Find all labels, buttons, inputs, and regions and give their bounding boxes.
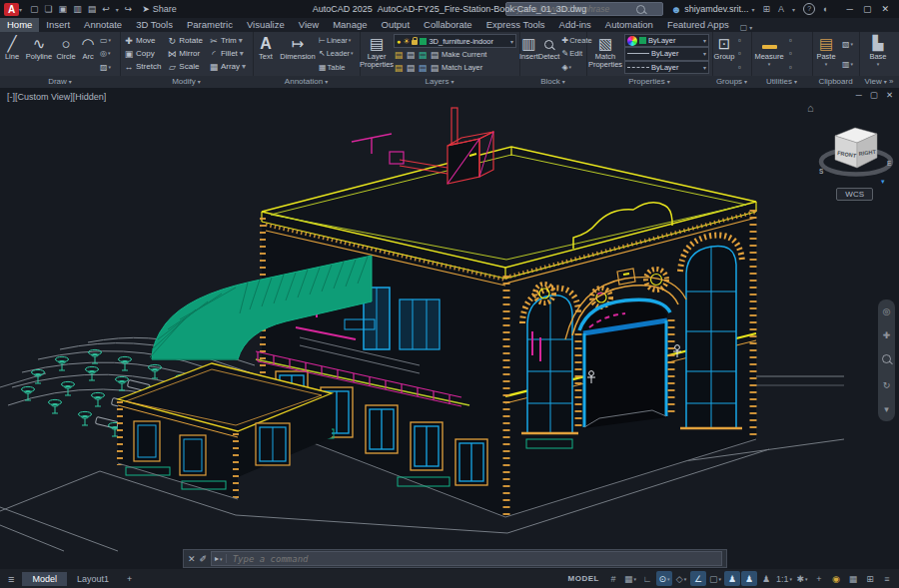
tab-automation[interactable]: Automation: [598, 18, 660, 32]
viewcube-home-icon[interactable]: ⌂: [807, 102, 814, 114]
tab-express-tools[interactable]: Express Tools: [479, 18, 552, 32]
grid-toggle[interactable]: #: [605, 571, 621, 586]
hatch-button[interactable]: ▨▾: [100, 63, 111, 72]
account-menu[interactable]: ☻ shiyamdev.srit... ▾: [671, 4, 755, 15]
fillet-button[interactable]: ◜Fillet▾: [209, 47, 246, 60]
view-panel-label[interactable]: View▾ »: [859, 76, 899, 88]
array-button[interactable]: ▦Array▾: [209, 60, 246, 73]
help-icon[interactable]: ?: [803, 3, 815, 15]
nav-zoom-icon[interactable]: [882, 354, 891, 365]
layer-state-icon-4[interactable]: ▤: [430, 49, 440, 61]
isolate-objects-toggle[interactable]: ⊞: [862, 571, 878, 586]
make-current-button[interactable]: Make Current: [442, 49, 486, 61]
plot-icon[interactable]: ▤: [88, 4, 97, 14]
command-recent-chip[interactable]: ▸▾: [215, 554, 227, 563]
group-button[interactable]: ⊡ Group: [712, 33, 736, 75]
circle-button[interactable]: ○ Circle: [54, 33, 78, 75]
close-button[interactable]: ✕: [881, 4, 889, 14]
layer-properties-button[interactable]: ▤ Layer Properties: [360, 33, 394, 75]
command-customize-icon[interactable]: ✐: [200, 554, 208, 564]
layer-tool-icon-2[interactable]: ▤: [406, 62, 416, 74]
copy-clip-button[interactable]: ▧▾: [842, 40, 853, 49]
search-box[interactable]: [505, 2, 663, 16]
save-icon[interactable]: ▣: [59, 4, 68, 14]
layer-tool-icon-4[interactable]: ▤: [430, 62, 440, 74]
navigation-bar[interactable]: ◎ ✚ ↻ ▾: [878, 299, 895, 421]
new-layout-button[interactable]: +: [119, 574, 140, 584]
id-point-button[interactable]: ▫: [789, 63, 792, 72]
tab-3d-tools[interactable]: 3D Tools: [129, 18, 180, 32]
tab-add-ins[interactable]: Add-ins: [552, 18, 598, 32]
redo-icon[interactable]: ↪: [125, 4, 133, 14]
line-button[interactable]: ╱ Line: [0, 33, 24, 75]
quick-calc-button[interactable]: ▫: [789, 49, 792, 58]
object-snap-toggle[interactable]: ▢▾: [707, 571, 723, 586]
rotate-button[interactable]: ↻Rotate: [167, 34, 203, 47]
tab-home[interactable]: Home: [0, 18, 39, 32]
cut-clip-button[interactable]: ▥▾: [842, 60, 853, 69]
drawing-restore-button[interactable]: ▢: [870, 90, 878, 100]
tab-manage[interactable]: Manage: [326, 18, 374, 32]
notifications-icon[interactable]: A: [778, 4, 784, 14]
polar-tracking-toggle[interactable]: ⊙▾: [656, 571, 672, 586]
notifications-caret-icon[interactable]: ▾: [792, 6, 795, 13]
mirror-button[interactable]: ⋈Mirror: [167, 47, 203, 60]
search-icon[interactable]: [636, 5, 645, 14]
text-button[interactable]: A Text: [253, 33, 279, 75]
linetype-dropdown[interactable]: ByLayer ▾: [624, 61, 709, 74]
workspace-switching-control[interactable]: ✱▾: [794, 571, 810, 586]
annotation-visibility-toggle[interactable]: ♟: [758, 571, 774, 586]
viewcube-south-label[interactable]: S: [819, 168, 824, 175]
measure-button[interactable]: Measure ▾: [751, 33, 787, 75]
ortho-toggle[interactable]: ∟: [639, 571, 655, 586]
properties-panel-label[interactable]: Properties▾: [586, 76, 712, 88]
layer-thaw-sun-icon[interactable]: ☀: [403, 37, 410, 46]
snap-toggle[interactable]: ▦▾: [622, 571, 638, 586]
utilities-panel-label[interactable]: Utilities▾: [751, 76, 812, 88]
copy-button[interactable]: ▣Copy: [124, 47, 161, 60]
nav-orbit-icon[interactable]: ↻: [883, 380, 891, 390]
units-control[interactable]: ◉: [828, 571, 844, 586]
object-snap-tracking-toggle[interactable]: ∠: [690, 571, 706, 586]
tab-view[interactable]: View: [292, 18, 326, 32]
match-properties-button[interactable]: ▧ Match Properties: [586, 33, 624, 75]
layer-color-swatch[interactable]: [420, 38, 427, 45]
customization-menu[interactable]: ≡: [879, 571, 895, 586]
block-panel-label[interactable]: Block▾: [519, 76, 586, 88]
maximize-button[interactable]: ▢: [863, 4, 872, 14]
undo-caret-icon[interactable]: ▾: [116, 6, 119, 13]
share-button[interactable]: ➤ Share: [142, 4, 177, 14]
tab-output[interactable]: Output: [375, 18, 418, 32]
model-space-indicator[interactable]: MODEL: [568, 574, 599, 583]
layer-dropdown-caret-icon[interactable]: ▾: [510, 38, 513, 45]
quick-select-button[interactable]: ▫: [789, 36, 792, 45]
layer-lock-icon[interactable]: [412, 40, 418, 45]
layout1-tab[interactable]: Layout1: [67, 572, 119, 586]
minimize-button[interactable]: ─: [847, 4, 853, 14]
isometric-drafting-toggle[interactable]: ◇▾: [673, 571, 689, 586]
new-file-icon[interactable]: ▢: [30, 4, 39, 14]
polyline-button[interactable]: ∿ Polyline: [24, 33, 54, 75]
nav-pan-icon[interactable]: ✚: [883, 330, 891, 340]
tab-annotate[interactable]: Annotate: [77, 18, 129, 32]
nav-more-caret-icon[interactable]: ▾: [884, 404, 889, 414]
undo-icon[interactable]: ↩: [102, 4, 110, 14]
command-field[interactable]: ▸▾: [211, 551, 722, 566]
detect-button[interactable]: Detect: [538, 33, 560, 75]
wcs-dropdown[interactable]: WCS: [836, 188, 873, 201]
drawing-close-button[interactable]: ✕: [886, 90, 893, 100]
tab-insert[interactable]: Insert: [39, 18, 77, 32]
annotation-monitor-toggle[interactable]: +: [811, 571, 827, 586]
viewcube-east-label[interactable]: E: [887, 160, 892, 167]
annotation-scale-control[interactable]: 1:1▾: [775, 571, 793, 586]
group-select-button[interactable]: ▫: [738, 63, 741, 72]
scale-button[interactable]: ▱Scale: [167, 60, 203, 73]
linear-button[interactable]: ⊢Linear▾: [319, 36, 354, 45]
dimension-button[interactable]: ↦ Dimension: [279, 33, 317, 75]
open-file-icon[interactable]: ❏: [45, 4, 53, 14]
tab-collaborate[interactable]: Collaborate: [417, 18, 479, 32]
quick-properties-toggle[interactable]: ▦: [845, 571, 861, 586]
view-panel-expand-icon[interactable]: »: [889, 77, 893, 86]
gizmo-toggle[interactable]: ♟: [724, 571, 740, 586]
insert-button[interactable]: ▥ Insert: [519, 33, 538, 75]
